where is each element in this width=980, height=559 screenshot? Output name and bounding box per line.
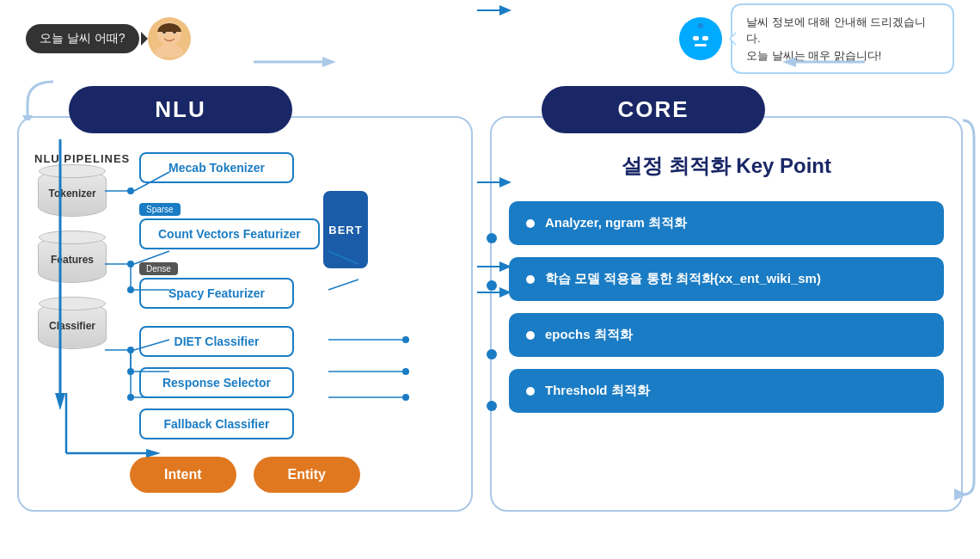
response-row: Response Selector <box>139 367 454 398</box>
diet-row: DIET Classifier <box>139 326 454 357</box>
svg-rect-8 <box>695 44 707 46</box>
svg-point-10 <box>698 23 703 28</box>
core-header: CORE <box>542 86 765 133</box>
nlu-box: NLU PIPELINES Tokenizer Features <box>17 116 473 512</box>
fallback-box: Fallback Classifier <box>139 408 294 439</box>
svg-point-28 <box>127 394 134 401</box>
diet-box: DIET Classifier <box>139 326 294 357</box>
fallback-row: Fallback Classifier <box>139 408 454 439</box>
svg-rect-6 <box>693 36 699 40</box>
svg-marker-51 <box>499 5 511 15</box>
user-chat: 오늘 날씨 어때? <box>26 17 191 60</box>
bot-avatar <box>679 17 722 60</box>
svg-rect-7 <box>702 36 708 40</box>
core-panel: CORE 설정 최적화 Key Point Analyzer, ngram 최적… <box>490 86 963 550</box>
entity-pill: Entity <box>254 457 360 493</box>
nlu-core-arrow <box>477 172 511 196</box>
spacy-row: Dense Spacy Featurizer <box>139 260 454 309</box>
flow-arrow-right <box>782 52 868 76</box>
nlu-core-arrow4 <box>477 282 511 306</box>
core-btn-1: Analyzer, ngram 최적화 <box>509 201 944 245</box>
user-avatar <box>148 17 191 60</box>
svg-rect-5 <box>688 31 714 52</box>
db-classifier: Classifier <box>38 302 107 342</box>
cylinder-tokenizer: Tokenizer <box>38 169 107 217</box>
core-btn-4: Threshold 최적화 <box>509 369 944 413</box>
bert-box: BERT <box>323 191 368 268</box>
svg-marker-49 <box>499 177 511 187</box>
sparse-tag: Sparse <box>139 203 181 216</box>
core-dot-3 <box>526 331 535 340</box>
core-btn-3: epochs 최적화 <box>509 313 944 357</box>
svg-point-22 <box>127 347 134 353</box>
nlu-left-curve <box>19 77 62 124</box>
nlu-core-arrow2 <box>477 0 511 24</box>
user-bubble: 오늘 날씨 어때? <box>26 24 139 53</box>
svg-marker-56 <box>22 115 33 120</box>
main-area: NLU NLU PIPELINES Tokenizer Features <box>0 77 980 559</box>
dense-tag: Dense <box>139 262 178 275</box>
mecab-box: Mecab Tokenizer <box>139 152 294 183</box>
pipelines-label: NLU PIPELINES <box>34 152 130 165</box>
cylinder-features: Features <box>38 236 107 283</box>
svg-point-43 <box>487 233 497 243</box>
core-title: 설정 최적화 Key Point <box>509 152 944 180</box>
svg-point-1 <box>156 44 183 58</box>
db-stack: Tokenizer Features Classifier <box>38 169 107 342</box>
pipeline-area: Mecab Tokenizer Sparse Count Vectors Fea… <box>139 152 454 439</box>
core-dot-1 <box>526 219 535 228</box>
svg-marker-47 <box>954 488 967 501</box>
core-right-arrow <box>950 86 976 550</box>
nlu-core-arrow3 <box>477 256 511 280</box>
svg-point-45 <box>487 349 497 359</box>
svg-marker-42 <box>55 393 65 410</box>
svg-marker-4 <box>322 57 336 67</box>
response-box: Response Selector <box>139 367 294 398</box>
svg-point-46 <box>487 401 497 411</box>
count-vectors-row: Sparse Count Vectors Featurizer <box>139 200 454 249</box>
cylinder-classifier: Classifier <box>38 302 107 349</box>
core-dot-2 <box>526 275 535 284</box>
svg-point-19 <box>127 286 134 293</box>
core-dot-4 <box>526 387 535 396</box>
pipeline-down-arrow <box>50 139 70 418</box>
db-tokenizer: Tokenizer <box>38 169 107 210</box>
svg-marker-53 <box>499 261 511 272</box>
svg-marker-55 <box>499 287 511 298</box>
core-btn-2: 학습 모델 적용을 통한 최적화(xx_ent_wiki_sm) <box>509 257 944 301</box>
db-features: Features <box>38 236 107 276</box>
intent-pill: Intent <box>130 457 236 493</box>
svg-marker-11 <box>782 57 796 67</box>
nlu-header: NLU <box>69 86 292 133</box>
output-row: Intent Entity <box>36 457 454 493</box>
flow-arrow-left <box>254 52 340 72</box>
count-vectors-box: Count Vectors Featurizer <box>139 218 320 249</box>
svg-point-16 <box>127 261 134 267</box>
nlu-panel: NLU NLU PIPELINES Tokenizer Features <box>17 86 473 550</box>
spacy-box: Spacy Featurizer <box>139 278 294 309</box>
mecab-row: Mecab Tokenizer <box>139 152 454 183</box>
svg-point-13 <box>127 187 134 194</box>
svg-point-25 <box>127 368 134 375</box>
core-box: 설정 최적화 Key Point Analyzer, ngram 최적화 학습 … <box>490 116 963 512</box>
